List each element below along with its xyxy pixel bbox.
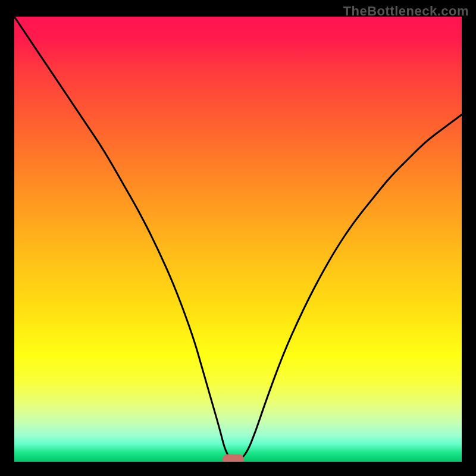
curve-path [14, 17, 462, 462]
optimal-marker [223, 455, 244, 462]
watermark-text: TheBottleneck.com [343, 4, 469, 19]
chart-frame: TheBottleneck.com [0, 0, 476, 476]
bottleneck-curve [14, 17, 462, 462]
plot-area [14, 17, 462, 462]
